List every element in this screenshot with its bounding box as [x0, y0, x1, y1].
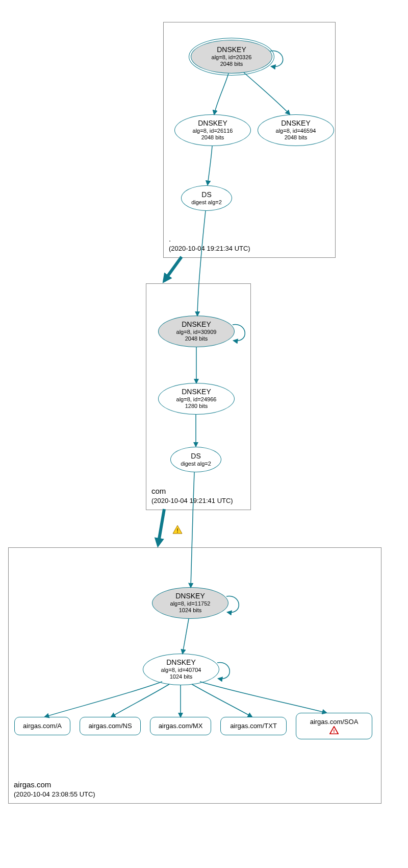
com-ds-title: DS — [191, 452, 200, 461]
root-ksk-bits: 2048 bits — [220, 61, 243, 67]
zone-root-name: . — [169, 233, 250, 244]
root-ds-title: DS — [201, 190, 211, 199]
root-zsk-bits: 2048 bits — [201, 134, 224, 141]
rr-soa: airgas.com/SOA ! — [296, 713, 372, 739]
rr-ns: airgas.com/NS — [80, 717, 141, 735]
zone-airgas-label: airgas.com (2020-10-04 23:08:55 UTC) — [14, 779, 95, 799]
com-ds-digest: digest alg=2 — [181, 461, 211, 467]
zone-com-label: com (2020-10-04 19:21:41 UTC) — [151, 486, 233, 505]
root-extra-title: DNSKEY — [281, 119, 311, 128]
root-zsk-alg: alg=8, id=26116 — [193, 128, 233, 134]
zone-com-name: com — [151, 486, 233, 496]
zone-root-label: . (2020-10-04 19:21:34 UTC) — [169, 233, 250, 253]
warning-icon: ! — [172, 525, 183, 534]
zone-root-ts: (2020-10-04 19:21:34 UTC) — [169, 244, 250, 253]
airgas-dnskey-ksk: DNSKEY alg=8, id=11752 1024 bits — [152, 587, 228, 619]
root-ksk-title: DNSKEY — [217, 45, 246, 54]
root-dnskey-ksk: DNSKEY alg=8, id=20326 2048 bits — [191, 40, 272, 74]
airgas-ksk-alg: alg=8, id=11752 — [170, 600, 211, 607]
com-zsk-title: DNSKEY — [182, 388, 211, 396]
rr-txt: airgas.com/TXT — [220, 717, 287, 735]
airgas-ksk-bits: 1024 bits — [179, 607, 202, 614]
svg-text:!: ! — [176, 527, 178, 534]
rr-mx-text: airgas.com/MX — [159, 722, 203, 730]
com-ksk-alg: alg=8, id=30909 — [176, 329, 217, 335]
svg-text:!: ! — [333, 728, 335, 734]
airgas-zsk-bits: 1024 bits — [170, 673, 193, 680]
rr-soa-text: airgas.com/SOA — [310, 718, 359, 726]
root-extra-bits: 2048 bits — [285, 134, 308, 141]
rr-ns-text: airgas.com/NS — [88, 722, 132, 730]
zone-airgas-name: airgas.com — [14, 779, 95, 790]
root-dnskey-extra: DNSKEY alg=8, id=46594 2048 bits — [258, 114, 334, 146]
error-icon: ! — [329, 726, 339, 734]
airgas-dnskey-zsk: DNSKEY alg=8, id=40704 1024 bits — [143, 654, 219, 685]
root-extra-alg: alg=8, id=46594 — [276, 128, 316, 134]
rr-txt-text: airgas.com/TXT — [230, 722, 277, 730]
rr-a: airgas.com/A — [14, 717, 70, 735]
rr-mx: airgas.com/MX — [150, 717, 211, 735]
zone-com-ts: (2020-10-04 19:21:41 UTC) — [151, 496, 233, 505]
root-ds-digest: digest alg=2 — [191, 199, 222, 206]
airgas-zsk-alg: alg=8, id=40704 — [161, 667, 201, 673]
root-dnskey-zsk: DNSKEY alg=8, id=26116 2048 bits — [174, 114, 251, 146]
rr-a-text: airgas.com/A — [23, 722, 62, 730]
airgas-zsk-title: DNSKEY — [166, 658, 196, 667]
root-ds: DS digest alg=2 — [181, 185, 232, 211]
zone-airgas-ts: (2020-10-04 23:08:55 UTC) — [14, 790, 95, 799]
airgas-ksk-title: DNSKEY — [175, 592, 205, 600]
com-zsk-bits: 1280 bits — [185, 403, 208, 409]
com-dnskey-ksk: DNSKEY alg=8, id=30909 2048 bits — [158, 316, 235, 347]
com-dnskey-zsk: DNSKEY alg=8, id=24966 1280 bits — [158, 383, 235, 415]
com-ksk-title: DNSKEY — [182, 320, 211, 329]
root-ksk-alg: alg=8, id=20326 — [212, 54, 252, 61]
com-ksk-bits: 2048 bits — [185, 335, 208, 342]
root-zsk-title: DNSKEY — [198, 119, 227, 128]
com-ds: DS digest alg=2 — [170, 447, 221, 472]
com-zsk-alg: alg=8, id=24966 — [176, 396, 217, 403]
